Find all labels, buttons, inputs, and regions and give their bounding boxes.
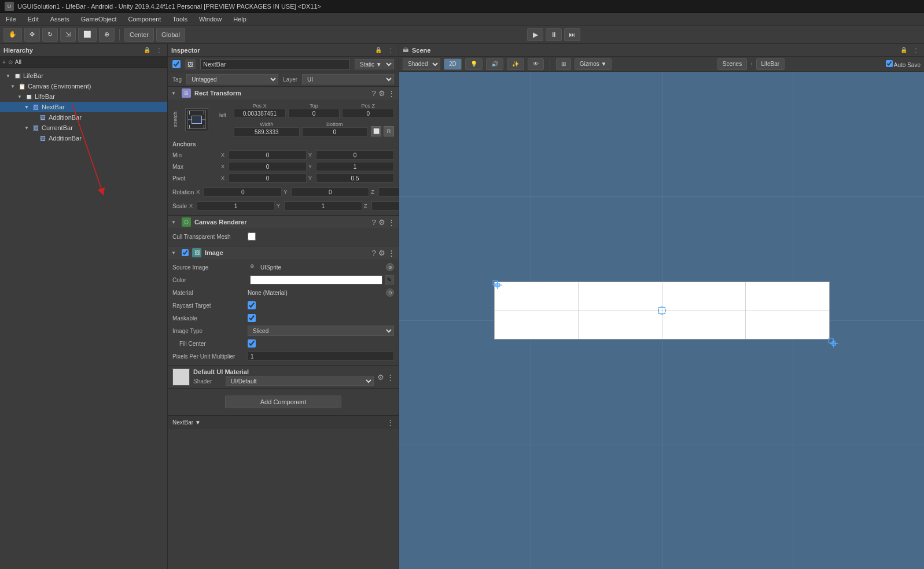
static-dropdown[interactable]: Static ▼: [355, 59, 394, 69]
menu-gameobject[interactable]: GameObject: [75, 13, 123, 25]
scale-tool[interactable]: ⇲: [60, 28, 76, 42]
menu-help[interactable]: Help: [227, 13, 252, 25]
image-header[interactable]: 🖼 Image ? ⚙ ⋮: [168, 246, 399, 259]
tree-item-lifebar-root[interactable]: 🔲 LifeBar: [0, 71, 167, 81]
color-picker-btn[interactable]: ✎: [385, 275, 394, 284]
bottom-object-label[interactable]: NextBar ▼: [172, 419, 201, 426]
maskable-checkbox[interactable]: [248, 314, 256, 322]
gizmos-btn[interactable]: Gizmos ▼: [575, 58, 612, 70]
anchor-br[interactable]: [830, 339, 838, 349]
canvas-renderer-menu[interactable]: ⋮: [388, 218, 395, 227]
rect-tool[interactable]: ⬜: [78, 28, 97, 42]
menu-component[interactable]: Component: [122, 13, 167, 25]
menu-tools[interactable]: Tools: [167, 13, 193, 25]
tree-item-canvas[interactable]: 📋 Canvas (Environment): [0, 81, 167, 91]
anchor-tl[interactable]: [494, 281, 502, 290]
rot-y[interactable]: [291, 187, 369, 197]
tree-item-nextbar[interactable]: 🖼 NextBar: [0, 102, 167, 112]
hierarchy-search-plus[interactable]: +: [2, 59, 6, 65]
shader-dropdown[interactable]: UI/Default: [226, 376, 374, 386]
tree-item-lifebar-child[interactable]: 🔲 LifeBar: [0, 91, 167, 102]
toggle-currentbar[interactable]: [23, 124, 30, 131]
image-settings[interactable]: ⚙: [378, 249, 385, 257]
image-help[interactable]: ?: [372, 249, 376, 257]
rect-transform-settings[interactable]: ⚙: [378, 89, 385, 98]
toggle-nextbar[interactable]: [23, 104, 30, 110]
layer-select[interactable]: UI: [302, 74, 394, 84]
cull-checkbox[interactable]: [248, 232, 256, 241]
tree-item-additionbar-1[interactable]: 🖼 AdditionBar: [0, 112, 167, 123]
hierarchy-search-input[interactable]: [15, 57, 165, 68]
menu-window[interactable]: Window: [193, 13, 227, 25]
image-type-dropdown[interactable]: Sliced: [248, 326, 394, 336]
toggle-lifebar-root[interactable]: [5, 72, 12, 79]
rotate-tool[interactable]: ↻: [42, 28, 58, 42]
add-component-button[interactable]: Add Component: [225, 396, 342, 408]
fill-center-checkbox[interactable]: [248, 339, 256, 348]
top-input[interactable]: [288, 109, 340, 118]
anchor-max-x[interactable]: [229, 162, 307, 171]
2d-mode-btn[interactable]: 2D: [444, 58, 462, 70]
canvas-renderer-settings[interactable]: ⚙: [378, 218, 385, 227]
rect-transform-help[interactable]: ?: [372, 89, 376, 98]
scene-overlay-btn[interactable]: ⊞: [556, 58, 571, 70]
menu-file[interactable]: File: [0, 13, 22, 25]
scene-camera-btn[interactable]: Scenes: [717, 58, 747, 70]
menu-edit[interactable]: Edit: [22, 13, 45, 25]
canvas-renderer-help[interactable]: ?: [372, 218, 376, 227]
rot-x[interactable]: [204, 187, 282, 197]
scene-nextbar-rect[interactable]: [494, 282, 830, 339]
blueprint-btn[interactable]: ⬜: [371, 126, 381, 136]
scale-x[interactable]: [197, 201, 275, 210]
hierarchy-menu-btn[interactable]: ⋮: [154, 46, 164, 54]
image-enabled-checkbox[interactable]: [182, 249, 189, 256]
hand-tool[interactable]: ✋: [3, 28, 22, 42]
transform-tool[interactable]: ⊕: [99, 28, 115, 42]
scale-z[interactable]: [371, 201, 399, 210]
scene-lock-btn[interactable]: 🔒: [899, 46, 909, 54]
inspector-lock-btn[interactable]: 🔒: [373, 46, 384, 54]
reset-btn[interactable]: R: [384, 126, 394, 136]
scene-menu-btn[interactable]: ⋮: [911, 46, 921, 54]
pixels-input[interactable]: [248, 352, 394, 361]
tree-item-currentbar[interactable]: 🖼 CurrentBar: [0, 123, 167, 133]
object-name-input[interactable]: [200, 59, 350, 69]
pivot-y[interactable]: [316, 173, 394, 183]
image-menu[interactable]: ⋮: [388, 249, 395, 257]
toggle-canvas[interactable]: [9, 83, 16, 90]
hierarchy-lock-btn[interactable]: 🔒: [142, 46, 152, 54]
anchor-min-x[interactable]: [229, 150, 307, 160]
anchor-max-y[interactable]: [316, 162, 394, 171]
light-btn[interactable]: 💡: [465, 58, 483, 70]
inspector-bottom-menu-btn[interactable]: ⋮: [386, 418, 394, 427]
canvas-renderer-toggle[interactable]: [171, 220, 178, 225]
bottom-input[interactable]: [302, 127, 368, 136]
auto-save-checkbox[interactable]: Auto Save: [886, 60, 921, 68]
material-settings-btn[interactable]: ⚙: [377, 373, 384, 382]
toggle-lifebar-child[interactable]: [16, 93, 23, 100]
inspector-menu-btn[interactable]: ⋮: [386, 46, 395, 54]
shading-dropdown[interactable]: Shaded: [403, 58, 440, 70]
center-global-btn[interactable]: Center: [124, 28, 154, 42]
rect-transform-header[interactable]: ⊞ Rect Transform ? ⚙ ⋮: [168, 87, 399, 99]
rot-z[interactable]: [378, 187, 399, 197]
scene-tab-label[interactable]: Scene: [412, 47, 430, 54]
tree-item-additionbar-2[interactable]: 🖼 AdditionBar: [0, 133, 167, 143]
raycast-checkbox[interactable]: [248, 301, 256, 309]
scale-y[interactable]: [284, 201, 362, 210]
color-swatch[interactable]: [250, 275, 382, 284]
pos-z-input[interactable]: [342, 109, 394, 118]
pivot-x[interactable]: [229, 173, 307, 183]
material-menu-btn[interactable]: ⋮: [386, 373, 394, 382]
image-toggle[interactable]: [171, 250, 178, 256]
step-button[interactable]: ⏭: [564, 28, 580, 41]
play-button[interactable]: ▶: [527, 28, 543, 41]
object-active-checkbox[interactable]: [172, 60, 181, 68]
menu-assets[interactable]: Assets: [45, 13, 75, 25]
effects-btn[interactable]: ✨: [507, 58, 524, 70]
tag-select[interactable]: Untagged: [186, 74, 278, 84]
rect-transform-toggle[interactable]: [171, 91, 178, 96]
material-target-btn[interactable]: ⊙: [386, 289, 394, 297]
pause-button[interactable]: ⏸: [546, 28, 562, 41]
width-input[interactable]: [234, 127, 300, 136]
